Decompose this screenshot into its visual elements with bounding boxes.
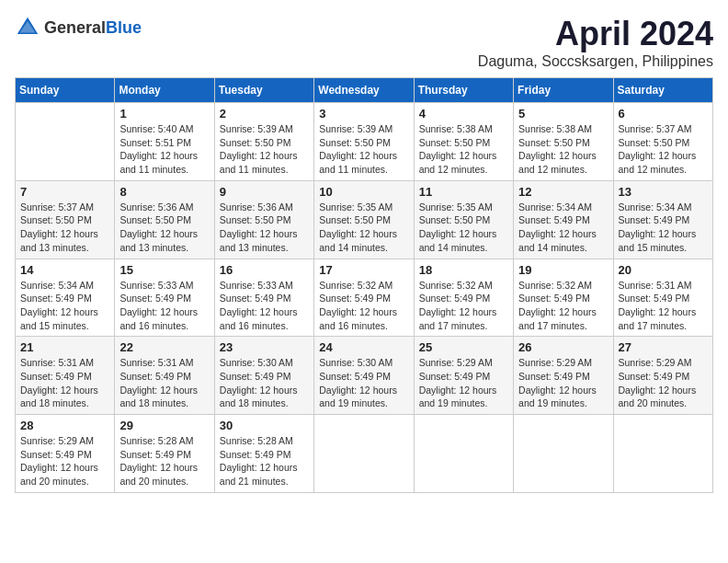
day-header-saturday: Saturday <box>613 78 712 103</box>
calendar-cell: 25 Sunrise: 5:29 AMSunset: 5:49 PMDaylig… <box>414 337 513 415</box>
calendar-cell: 20 Sunrise: 5:31 AMSunset: 5:49 PMDaylig… <box>613 259 712 337</box>
calendar-cell: 10 Sunrise: 5:35 AMSunset: 5:50 PMDaylig… <box>314 180 414 259</box>
day-header-thursday: Thursday <box>414 78 513 103</box>
cell-info: Sunrise: 5:35 AMSunset: 5:50 PMDaylight:… <box>319 201 408 255</box>
logo-icon <box>15 15 40 40</box>
cell-info: Sunrise: 5:35 AMSunset: 5:50 PMDaylight:… <box>419 201 508 255</box>
cell-info: Sunrise: 5:38 AMSunset: 5:50 PMDaylight:… <box>518 122 608 177</box>
cell-info: Sunrise: 5:34 AMSunset: 5:49 PMDaylight:… <box>20 279 109 333</box>
calendar-cell: 5 Sunrise: 5:38 AMSunset: 5:50 PMDayligh… <box>514 103 613 181</box>
cell-info: Sunrise: 5:33 AMSunset: 5:49 PMDaylight:… <box>119 279 209 333</box>
cell-day-number: 21 <box>20 340 109 354</box>
cell-info: Sunrise: 5:37 AMSunset: 5:50 PMDaylight:… <box>619 122 708 177</box>
cell-day-number: 30 <box>220 419 309 432</box>
calendar-cell <box>613 415 712 493</box>
calendar-cell: 9 Sunrise: 5:36 AMSunset: 5:50 PMDayligh… <box>214 180 313 259</box>
cell-day-number: 18 <box>419 263 508 277</box>
cell-day-number: 8 <box>119 185 209 199</box>
cell-info: Sunrise: 5:37 AMSunset: 5:50 PMDaylight:… <box>20 201 109 255</box>
calendar-cell: 17 Sunrise: 5:32 AMSunset: 5:49 PMDaylig… <box>314 259 414 337</box>
cell-info: Sunrise: 5:36 AMSunset: 5:50 PMDaylight:… <box>220 201 309 255</box>
cell-info: Sunrise: 5:28 AMSunset: 5:49 PMDaylight:… <box>220 434 309 488</box>
calendar-cell: 30 Sunrise: 5:28 AMSunset: 5:49 PMDaylig… <box>214 415 313 493</box>
page-header: GeneralBlue April 2024 Daguma, Soccsksar… <box>15 15 713 70</box>
cell-day-number: 3 <box>319 107 408 121</box>
cell-info: Sunrise: 5:32 AMSunset: 5:49 PMDaylight:… <box>518 279 608 333</box>
logo-text-general: General <box>44 18 106 37</box>
cell-info: Sunrise: 5:29 AMSunset: 5:49 PMDaylight:… <box>20 434 109 488</box>
logo-text-blue: Blue <box>106 18 142 37</box>
calendar-cell: 12 Sunrise: 5:34 AMSunset: 5:49 PMDaylig… <box>514 180 613 259</box>
calendar-cell <box>314 415 414 493</box>
calendar-cell <box>514 415 613 493</box>
cell-day-number: 14 <box>20 263 109 277</box>
calendar-cell: 28 Sunrise: 5:29 AMSunset: 5:49 PMDaylig… <box>16 415 115 493</box>
calendar-cell: 15 Sunrise: 5:33 AMSunset: 5:49 PMDaylig… <box>115 259 214 337</box>
calendar-cell: 24 Sunrise: 5:30 AMSunset: 5:49 PMDaylig… <box>314 337 414 415</box>
calendar-cell: 13 Sunrise: 5:34 AMSunset: 5:49 PMDaylig… <box>613 180 712 259</box>
cell-info: Sunrise: 5:32 AMSunset: 5:49 PMDaylight:… <box>419 279 508 333</box>
cell-info: Sunrise: 5:28 AMSunset: 5:49 PMDaylight:… <box>119 434 209 488</box>
logo: GeneralBlue <box>15 15 142 40</box>
calendar-cell: 16 Sunrise: 5:33 AMSunset: 5:49 PMDaylig… <box>214 259 313 337</box>
cell-info: Sunrise: 5:29 AMSunset: 5:49 PMDaylight:… <box>518 356 608 410</box>
cell-day-number: 5 <box>518 107 608 121</box>
cell-info: Sunrise: 5:31 AMSunset: 5:49 PMDaylight:… <box>619 279 708 333</box>
calendar-cell: 1 Sunrise: 5:40 AMSunset: 5:51 PMDayligh… <box>115 103 214 181</box>
cell-info: Sunrise: 5:39 AMSunset: 5:50 PMDaylight:… <box>319 122 408 177</box>
calendar-cell: 7 Sunrise: 5:37 AMSunset: 5:50 PMDayligh… <box>16 180 115 259</box>
day-header-wednesday: Wednesday <box>314 78 414 103</box>
cell-day-number: 7 <box>20 185 109 199</box>
cell-info: Sunrise: 5:36 AMSunset: 5:50 PMDaylight:… <box>119 201 209 255</box>
cell-day-number: 22 <box>119 340 209 354</box>
cell-info: Sunrise: 5:34 AMSunset: 5:49 PMDaylight:… <box>619 201 708 255</box>
cell-day-number: 2 <box>220 107 309 121</box>
month-title: April 2024 <box>478 15 713 53</box>
calendar-cell: 6 Sunrise: 5:37 AMSunset: 5:50 PMDayligh… <box>613 103 712 181</box>
cell-info: Sunrise: 5:31 AMSunset: 5:49 PMDaylight:… <box>119 356 209 410</box>
cell-day-number: 9 <box>220 185 309 199</box>
cell-info: Sunrise: 5:30 AMSunset: 5:49 PMDaylight:… <box>319 356 408 410</box>
calendar-cell: 2 Sunrise: 5:39 AMSunset: 5:50 PMDayligh… <box>214 103 313 181</box>
cell-day-number: 24 <box>319 340 408 354</box>
cell-info: Sunrise: 5:30 AMSunset: 5:49 PMDaylight:… <box>220 356 309 410</box>
calendar-cell: 14 Sunrise: 5:34 AMSunset: 5:49 PMDaylig… <box>16 259 115 337</box>
calendar-cell: 29 Sunrise: 5:28 AMSunset: 5:49 PMDaylig… <box>115 415 214 493</box>
cell-info: Sunrise: 5:32 AMSunset: 5:49 PMDaylight:… <box>319 279 408 333</box>
calendar-table: SundayMondayTuesdayWednesdayThursdayFrid… <box>15 77 713 493</box>
cell-day-number: 19 <box>518 263 608 277</box>
day-header-friday: Friday <box>514 78 613 103</box>
calendar-cell: 8 Sunrise: 5:36 AMSunset: 5:50 PMDayligh… <box>115 180 214 259</box>
cell-info: Sunrise: 5:33 AMSunset: 5:49 PMDaylight:… <box>220 279 309 333</box>
calendar-cell <box>16 103 115 181</box>
cell-day-number: 10 <box>319 185 408 199</box>
cell-day-number: 16 <box>220 263 309 277</box>
cell-day-number: 26 <box>518 340 608 354</box>
cell-day-number: 28 <box>20 419 109 432</box>
cell-info: Sunrise: 5:31 AMSunset: 5:49 PMDaylight:… <box>20 356 109 410</box>
calendar-cell: 11 Sunrise: 5:35 AMSunset: 5:50 PMDaylig… <box>414 180 513 259</box>
cell-day-number: 11 <box>419 185 508 199</box>
day-header-sunday: Sunday <box>16 78 115 103</box>
cell-day-number: 20 <box>619 263 708 277</box>
calendar-cell: 4 Sunrise: 5:38 AMSunset: 5:50 PMDayligh… <box>414 103 513 181</box>
cell-info: Sunrise: 5:29 AMSunset: 5:49 PMDaylight:… <box>419 356 508 410</box>
cell-info: Sunrise: 5:38 AMSunset: 5:50 PMDaylight:… <box>419 122 508 177</box>
calendar-cell: 18 Sunrise: 5:32 AMSunset: 5:49 PMDaylig… <box>414 259 513 337</box>
calendar-cell: 27 Sunrise: 5:29 AMSunset: 5:49 PMDaylig… <box>613 337 712 415</box>
cell-day-number: 13 <box>619 185 708 199</box>
cell-info: Sunrise: 5:39 AMSunset: 5:50 PMDaylight:… <box>220 122 309 177</box>
cell-day-number: 15 <box>119 263 209 277</box>
cell-day-number: 4 <box>419 107 508 121</box>
cell-day-number: 17 <box>319 263 408 277</box>
calendar-cell: 19 Sunrise: 5:32 AMSunset: 5:49 PMDaylig… <box>514 259 613 337</box>
day-header-tuesday: Tuesday <box>214 78 313 103</box>
cell-info: Sunrise: 5:40 AMSunset: 5:51 PMDaylight:… <box>119 122 209 177</box>
cell-day-number: 29 <box>119 419 209 432</box>
cell-day-number: 12 <box>518 185 608 199</box>
calendar-cell <box>414 415 513 493</box>
calendar-cell: 23 Sunrise: 5:30 AMSunset: 5:49 PMDaylig… <box>214 337 313 415</box>
calendar-cell: 21 Sunrise: 5:31 AMSunset: 5:49 PMDaylig… <box>16 337 115 415</box>
location-title: Daguma, Soccsksargen, Philippines <box>478 53 713 70</box>
calendar-cell: 26 Sunrise: 5:29 AMSunset: 5:49 PMDaylig… <box>514 337 613 415</box>
